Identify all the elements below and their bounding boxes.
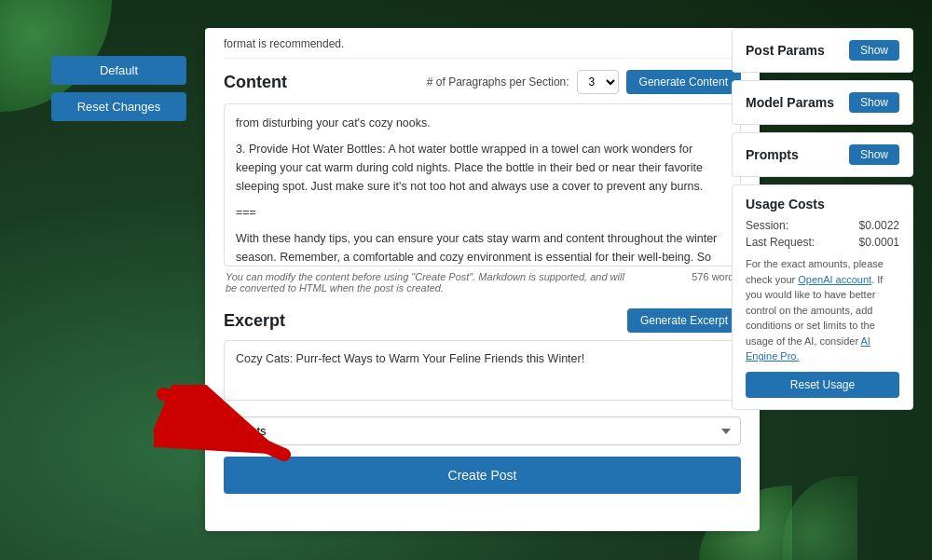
create-post-button[interactable]: Create Post <box>224 457 741 494</box>
model-params-section: Model Params Show <box>732 80 913 125</box>
last-request-value: $0.0001 <box>859 236 899 249</box>
content-controls: # of Paragraphs per Section: 3 1 2 4 5 G… <box>427 70 741 94</box>
format-note: format is recommended. <box>224 28 741 59</box>
right-panel: Post Params Show Model Params Show Promp… <box>732 28 913 417</box>
prompts-section: Prompts Show <box>732 132 913 177</box>
session-cost-row: Session: $0.0022 <box>746 219 899 232</box>
model-params-title: Model Params <box>746 95 834 110</box>
reset-usage-button[interactable]: Reset Usage <box>746 372 899 398</box>
post-params-title: Post Params <box>746 43 825 58</box>
content-text-3: With these handy tips, you can ensure yo… <box>236 229 729 266</box>
main-container: Default Reset Changes format is recommen… <box>51 28 760 531</box>
session-label: Session: <box>746 219 788 232</box>
post-params-show-button[interactable]: Show <box>849 40 899 61</box>
word-count-row: You can modify the content before using … <box>224 271 741 294</box>
default-button[interactable]: Default <box>51 56 186 85</box>
excerpt-title: Excerpt <box>224 311 285 331</box>
prompts-show-button[interactable]: Show <box>849 144 899 165</box>
sidebar: Default Reset Changes <box>51 28 205 531</box>
last-request-label: Last Request: <box>746 236 815 249</box>
prompts-title: Prompts <box>746 147 799 162</box>
ai-engine-pro-link[interactable]: AI Engine Pro. <box>746 335 870 362</box>
content-panel: format is recommended. Content # of Para… <box>205 28 760 531</box>
last-request-cost-row: Last Request: $0.0001 <box>746 236 899 249</box>
generate-excerpt-button[interactable]: Generate Excerpt <box>627 308 741 333</box>
model-params-header: Model Params Show <box>746 92 899 113</box>
paragraphs-label: # of Paragraphs per Section: <box>427 75 569 89</box>
prompts-header: Prompts Show <box>746 144 899 165</box>
usage-costs-title: Usage Costs <box>746 197 899 212</box>
openai-account-link[interactable]: OpenAI account <box>798 274 871 285</box>
excerpt-textarea[interactable]: Cozy Cats: Purr-fect Ways to Warm Your F… <box>224 340 741 401</box>
model-params-show-button[interactable]: Show <box>849 92 899 113</box>
cost-note: For the exact amounts, please check your… <box>746 256 899 364</box>
post-params-header: Post Params Show <box>746 40 899 61</box>
generate-content-button[interactable]: Generate Content <box>626 70 741 94</box>
paragraphs-select[interactable]: 3 1 2 4 5 <box>577 70 619 94</box>
panel-inner: format is recommended. Content # of Para… <box>205 28 760 531</box>
content-section-header: Content # of Paragraphs per Section: 3 1… <box>224 70 741 94</box>
usage-costs-section: Usage Costs Session: $0.0022 Last Reques… <box>732 184 913 410</box>
session-value: $0.0022 <box>859 219 899 232</box>
content-scroll-area[interactable]: from disturbing your cat's cozy nooks. 3… <box>224 103 741 266</box>
content-text-divider: === <box>236 203 729 222</box>
content-title: Content <box>224 73 287 92</box>
excerpt-header: Excerpt Generate Excerpt <box>224 308 741 333</box>
post-type-select[interactable]: Posts Pages <box>224 417 741 445</box>
content-modification-note: You can modify the content before using … <box>226 271 626 294</box>
post-params-section: Post Params Show <box>732 28 913 73</box>
content-text-1: from disturbing your cat's cozy nooks. <box>236 114 729 132</box>
reset-changes-button[interactable]: Reset Changes <box>51 92 186 121</box>
post-type-row: Posts Pages <box>224 417 741 445</box>
excerpt-section: Excerpt Generate Excerpt Cozy Cats: Purr… <box>224 308 741 403</box>
content-text-2: 3. Provide Hot Water Bottles: A hot wate… <box>236 140 729 196</box>
